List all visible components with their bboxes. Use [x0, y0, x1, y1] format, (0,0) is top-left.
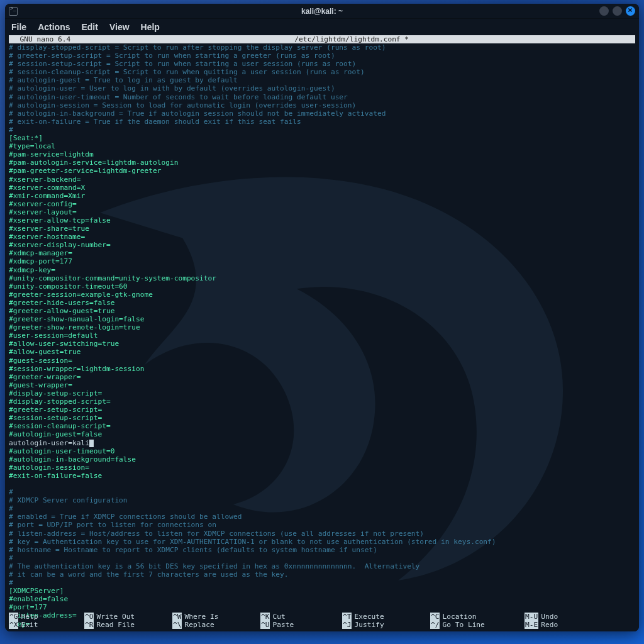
config-line: # [9, 554, 13, 562]
config-line: #pam-service=lightdm [9, 150, 94, 158]
config-line: #xserver-config= [9, 200, 77, 208]
shortcut-label: Read File [96, 621, 135, 629]
minimize-button[interactable] [599, 6, 609, 16]
shortcut-label: Where Is [184, 613, 218, 621]
config-line: #enabled=false [9, 595, 68, 603]
shortcut-key: ^K [260, 613, 270, 621]
config-line: # display-stopped-script = Script to run… [9, 43, 386, 52]
shortcut-go to line[interactable]: ^/Go To Line [430, 621, 525, 629]
shortcut-replace[interactable]: ^\Replace [172, 621, 260, 629]
terminal-area[interactable]: GNU nano 6.4 /etc/lightdm/lightdm.conf *… [5, 35, 639, 631]
config-line: # it can be a word and the first 7 chara… [9, 570, 289, 579]
shortcut-label: Location [442, 613, 476, 621]
config-line: #unity-compositor-command=unity-system-c… [9, 274, 216, 282]
config-line: #display-stopped-script= [9, 397, 111, 406]
config-line: #exit-on-failure=false [9, 472, 102, 480]
cursor [89, 440, 94, 447]
window-controls [599, 6, 635, 16]
shortcut-label: Go To Line [442, 621, 484, 629]
menu-actions[interactable]: Actions [38, 22, 70, 32]
config-line: # listen-address = Host/address to liste… [9, 530, 424, 538]
shortcut-key: ^\ [172, 621, 182, 629]
shortcut-key: ^C [430, 613, 440, 621]
config-line: # The authentication key is a 56 bit DES… [9, 562, 419, 570]
shortcut-justify[interactable]: ^JJustify [342, 621, 430, 629]
config-line: #port=177 [9, 603, 47, 611]
config-line: #display-setup-script= [9, 389, 102, 397]
active-config-line: autologin-user=kali [9, 439, 89, 447]
config-line: # autologin-guest = True to log in as gu… [9, 76, 238, 84]
shortcut-label: Write Out [96, 613, 135, 621]
config-line: # hostname = Hostname to report to XDMCP… [9, 546, 377, 554]
shortcut-location[interactable]: ^CLocation [430, 613, 525, 621]
config-line: #user-session=default [9, 331, 97, 340]
config-line: #xdmcp-manager= [9, 249, 72, 257]
shortcut-key: ^G [9, 613, 18, 621]
config-line: #xserver-share=true [9, 225, 89, 233]
terminal-window: kali@kali: ~ File Actions Edit View Help… [5, 4, 639, 631]
config-line: # [9, 504, 13, 513]
config-line: # greeter-setup-script = Script to run w… [9, 52, 335, 60]
menu-file[interactable]: File [11, 22, 26, 32]
shortcut-exit[interactable]: ^XExit [9, 621, 84, 629]
shortcut-key: M-E [525, 621, 538, 629]
config-line: #xserver-layout= [9, 208, 77, 216]
config-line: #session-cleanup-script= [9, 422, 111, 430]
shortcut-help[interactable]: ^GHelp [9, 613, 84, 621]
nano-app-label: GNU nano 6.4 [11, 35, 70, 43]
menu-help[interactable]: Help [141, 22, 160, 32]
shortcut-cut[interactable]: ^KCut [260, 613, 342, 621]
shortcut-redo[interactable]: M-ERedo [525, 621, 587, 629]
shortcut-execute[interactable]: ^TExecute [342, 613, 430, 621]
config-line: #session-setup-script= [9, 414, 102, 422]
nano-shortcuts: ^GHelp^OWrite Out^WWhere Is^KCut^TExecut… [9, 613, 635, 629]
config-line: #pam-greeter-service=lightdm-greeter [9, 167, 161, 175]
config-line: #pam-autologin-service=lightdm-autologin [9, 158, 178, 167]
config-line: #session-wrapper=lightdm-session [9, 365, 145, 373]
shortcut-label: Redo [541, 621, 558, 629]
config-line: # autologin-session = Session to load fo… [9, 101, 356, 109]
menu-edit[interactable]: Edit [81, 22, 97, 32]
config-line: # port = UDP/IP port to listen for conne… [9, 521, 216, 529]
config-line: # XDMCP Server configuration [9, 496, 128, 504]
config-line: #guest-wrapper= [9, 381, 72, 389]
config-line: #xserver-display-number= [9, 241, 111, 249]
shortcut-key: ^T [342, 613, 352, 621]
nano-file-label: /etc/lightdm/lightdm.conf * [70, 35, 633, 43]
window-title: kali@kali: ~ [5, 7, 639, 16]
config-line: # [9, 126, 13, 134]
shortcut-key: ^W [172, 613, 182, 621]
shortcut-read file[interactable]: ^RRead File [84, 621, 172, 629]
close-button[interactable] [626, 6, 635, 16]
config-line: # autologin-user-timeout = Number of sec… [9, 93, 348, 101]
shortcut-key: ^/ [430, 621, 440, 629]
config-line: #autologin-session= [9, 464, 89, 472]
config-line: # [9, 488, 13, 496]
config-line: #greeter-session=example-gtk-gnome [9, 291, 153, 299]
nano-header: GNU nano 6.4 /etc/lightdm/lightdm.conf * [9, 35, 635, 43]
config-line: # autologin-user = User to log in with b… [9, 84, 335, 92]
shortcut-where is[interactable]: ^WWhere Is [172, 613, 260, 621]
config-line: #allow-guest=true [9, 348, 81, 356]
shortcut-paste[interactable]: ^UPaste [260, 621, 342, 629]
config-line: # [9, 579, 13, 587]
shortcut-write out[interactable]: ^OWrite Out [84, 613, 172, 621]
shortcut-label: Justify [354, 621, 384, 629]
shortcut-undo[interactable]: M-UUndo [525, 613, 587, 621]
titlebar[interactable]: kali@kali: ~ [5, 4, 639, 19]
config-line: #unity-compositor-timeout=60 [9, 282, 128, 291]
menu-view[interactable]: View [109, 22, 130, 32]
config-line: #xdmcp-port=177 [9, 257, 72, 265]
maximize-button[interactable] [613, 6, 622, 16]
config-line: #greeter-hide-users=false [9, 299, 114, 307]
shortcut-label: Cut [272, 613, 285, 621]
shortcut-label: Help [21, 613, 38, 621]
editor-content[interactable]: # display-stopped-script = Script to run… [9, 43, 635, 628]
config-line: #xserver-hostname= [9, 233, 85, 241]
config-line: #xserver-backend= [9, 175, 81, 184]
config-line: #type=local [9, 142, 55, 150]
config-line: # exit-on-failure = True if the daemon s… [9, 118, 301, 126]
config-line: # session-setup-script = Script to run w… [9, 60, 356, 68]
shortcut-label: Execute [354, 613, 384, 621]
config-line: #xserver-allow-tcp=false [9, 216, 111, 225]
